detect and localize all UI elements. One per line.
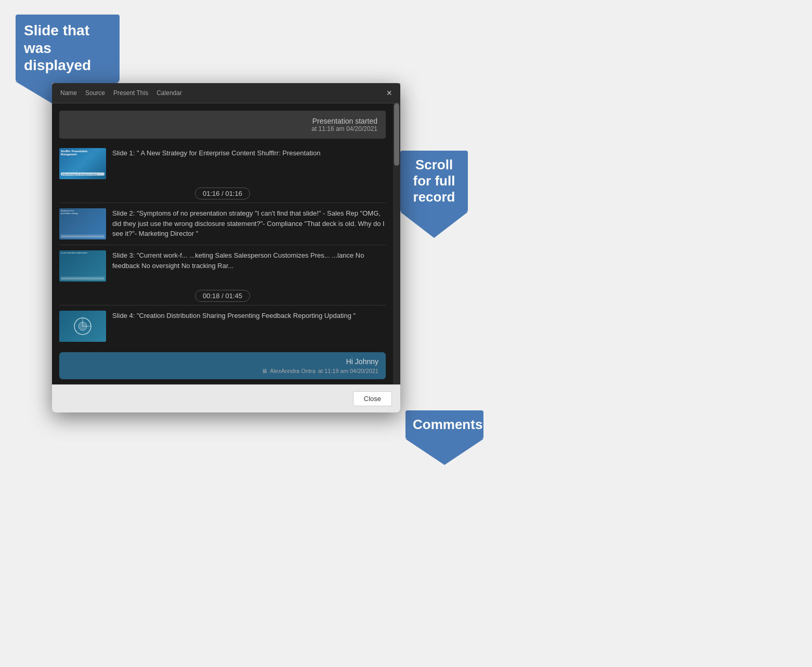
slide-line-c	[61, 237, 104, 238]
modal-header-tabs: Name Source Present This Calendar	[60, 89, 182, 97]
comment-author: AlexAnndra Ontra	[270, 368, 315, 374]
modal-body: Presentation started at 11:16 am 04/20/2…	[52, 103, 400, 384]
slide-thumbnail-1: Shufflrr: PresentationManagement A New S…	[59, 148, 106, 179]
slide-line-e	[61, 278, 104, 279]
annotation-comments: Comments	[405, 410, 483, 465]
slide-text-1: Slide 1: " A New Strategy for Enterprise…	[112, 148, 386, 158]
slide-text-4: Slide 4: "Creation Distribution Sharing …	[112, 311, 386, 321]
slide-item-1: Shufflrr: PresentationManagement A New S…	[52, 143, 393, 184]
modal-close-button[interactable]: ×	[386, 88, 392, 98]
slide-item-2: Symptoms of nopresentation strategy Slid…	[52, 203, 393, 245]
slide-text-2: Slide 2: "Symptoms of no presentation st…	[112, 208, 386, 239]
slide-text-3: Slide 3: "Current work-f... ...keting Sa…	[112, 250, 386, 271]
header-tab-source: Source	[85, 89, 105, 97]
annotation-scroll-arrow	[400, 212, 468, 238]
slide-line-b	[61, 236, 104, 237]
presentation-started-datetime: at 11:16 am 04/20/2021	[68, 125, 377, 132]
time-badge-inner-3: 00:18 / 01:45	[195, 290, 250, 302]
annotation-comments-arrow	[405, 439, 483, 465]
slide-thumb-inner-3: Current work flow is dead-ended	[59, 250, 106, 282]
header-tab-calendar: Calendar	[156, 89, 182, 97]
presentation-log-modal: Name Source Present This Calendar × Pres…	[52, 83, 400, 412]
modal-header: Name Source Present This Calendar ×	[52, 83, 400, 103]
modal-footer: Close	[52, 384, 400, 412]
presentation-started-title: Presentation started	[68, 117, 377, 125]
slide-item-3: Current work flow is dead-ended Slide 3:…	[52, 245, 393, 287]
annotation-scroll-label: Scroll for full record	[400, 151, 468, 212]
modal-scrollbar-thumb[interactable]	[394, 103, 399, 166]
close-footer-button[interactable]: Close	[353, 391, 392, 406]
slide-thumb-lines-3	[61, 277, 104, 281]
slide-item-4: Slide 4: "Creation Distribution Sharing …	[52, 305, 393, 347]
slide-content-4: Slide 4: "Creation Distribution Sharing …	[112, 311, 386, 321]
slide-thumbnail-4	[59, 311, 106, 342]
presentation-started-banner: Presentation started at 11:16 am 04/20/2…	[59, 111, 386, 139]
slide-thumb-text-3: Current work flow is dead-ended	[61, 252, 104, 255]
slide-line-d	[61, 277, 104, 278]
slide-content-3: Slide 3: "Current work-f... ...keting Sa…	[112, 250, 386, 271]
slide-thumb-lines-2	[61, 235, 104, 238]
annotation-comments-label: Comments	[405, 410, 483, 439]
time-badge-inner-1: 01:16 / 01:16	[195, 188, 250, 199]
slide-thumb-inner-2: Symptoms of nopresentation strategy	[59, 208, 106, 239]
time-badge-1: 01:16 / 01:16	[52, 184, 393, 203]
modal-scrollbar-track[interactable]	[393, 103, 400, 384]
comment-meta: 🖥 AlexAnndra Ontra at 11:19 am 04/20/202…	[67, 368, 378, 374]
comment-icon: 🖥	[261, 368, 267, 374]
comment-block: Hi Johnny 🖥 AlexAnndra Ontra at 11:19 am…	[59, 352, 386, 379]
header-tab-name: Name	[60, 89, 77, 97]
slide-content-2: Slide 2: "Symptoms of no presentation st…	[112, 208, 386, 239]
comment-message: Hi Johnny	[67, 357, 378, 366]
comment-datetime: at 11:19 am 04/20/2021	[318, 368, 378, 374]
slide-thumb-lines-1: A New Strategy for Enterprise Content	[61, 172, 104, 177]
annotation-scroll: Scroll for full record	[400, 151, 468, 238]
annotation-slide-displayed-label: Slide that was displayed	[16, 15, 120, 82]
header-tab-present: Present This	[113, 89, 148, 97]
slide-thumb-text-2: Symptoms of nopresentation strategy	[61, 210, 104, 215]
slide-thumbnail-2: Symptoms of nopresentation strategy	[59, 208, 106, 239]
slide-thumb-inner-1: Shufflrr: PresentationManagement A New S…	[59, 148, 106, 179]
slide-content-1: Slide 1: " A New Strategy for Enterprise…	[112, 148, 386, 158]
slide-thumb-svg-4	[72, 316, 93, 337]
slide-thumb-text-1: Shufflrr: PresentationManagement	[61, 150, 87, 156]
time-badge-3: 00:18 / 01:45	[52, 287, 393, 305]
slide-thumb-subtitle-1: A New Strategy for Enterprise Content	[61, 172, 104, 176]
modal-content: Presentation started at 11:16 am 04/20/2…	[52, 111, 400, 379]
slide-thumb-inner-4	[59, 311, 106, 342]
slide-line-f	[61, 279, 104, 281]
slide-thumbnail-3: Current work flow is dead-ended	[59, 250, 106, 282]
slide-line-a	[61, 235, 104, 236]
